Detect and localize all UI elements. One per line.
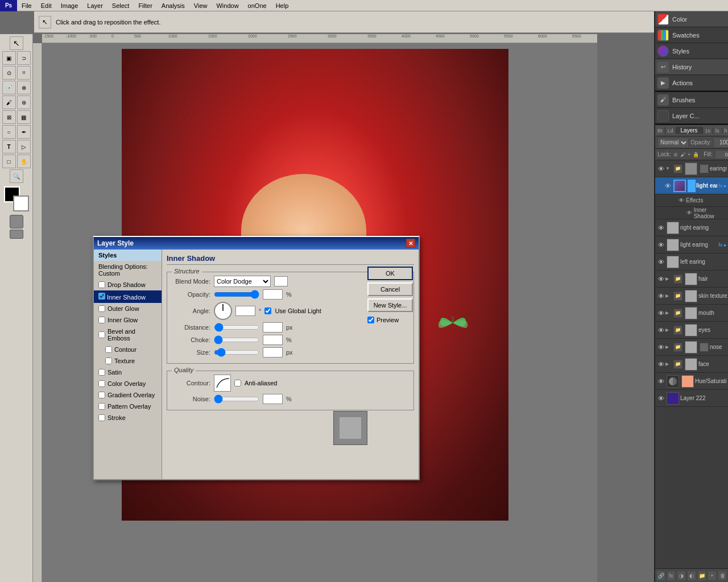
expand-hair-icon[interactable]: ▶ xyxy=(665,276,672,281)
blend-mode-select[interactable]: Normal xyxy=(657,138,689,148)
layer-row-222[interactable]: 👁 Layer 222 xyxy=(655,390,728,407)
layer-delete-btn[interactable]: 🗑 xyxy=(718,571,727,581)
style-item-contour[interactable]: Contour xyxy=(94,344,162,355)
expand-skin-icon[interactable]: ▶ xyxy=(665,293,672,298)
checkbox-pattern-overlay[interactable] xyxy=(98,403,105,410)
tab-ld[interactable]: Ld xyxy=(665,127,676,134)
angle-dial[interactable] xyxy=(214,302,232,320)
style-item-satin[interactable]: Satin xyxy=(94,367,162,378)
size-slider[interactable] xyxy=(214,348,259,357)
noise-input[interactable]: 0 xyxy=(263,394,283,404)
expand-earings-icon[interactable]: ▼ xyxy=(665,166,672,171)
layer-new-btn[interactable]: + xyxy=(708,571,717,581)
eye-nose[interactable]: 👁 xyxy=(656,344,665,351)
quick-mask-icon[interactable] xyxy=(10,215,23,228)
checkbox-bevel-emboss[interactable] xyxy=(98,331,105,338)
panel-row-color[interactable]: Color xyxy=(655,11,728,27)
style-item-inner-shadow[interactable]: Inner Shadow xyxy=(94,290,162,303)
expand-eyes-icon[interactable]: ▶ xyxy=(665,327,672,332)
angle-input[interactable]: 90 xyxy=(235,306,255,316)
layer-mask-btn[interactable]: ◑ xyxy=(677,571,686,581)
opacity-input-dialog[interactable]: 100 xyxy=(263,289,283,300)
style-item-drop-shadow[interactable]: Drop Shadow xyxy=(94,279,162,290)
distance-slider[interactable] xyxy=(214,323,259,332)
checkbox-stroke[interactable] xyxy=(98,414,105,421)
style-item-styles[interactable]: Styles xyxy=(94,250,162,261)
tab-bt[interactable]: Bt xyxy=(655,127,665,134)
eye-222[interactable]: 👁 xyxy=(656,395,665,402)
layer-row-light-earing-1[interactable]: 👁 light earing fx ▸ xyxy=(655,177,728,194)
expand-nose-icon[interactable]: ▶ xyxy=(665,344,672,350)
tab-1s[interactable]: 1s xyxy=(703,127,714,134)
layer-row-skin-texture[interactable]: 👁 ▶ 📁 skin texture xyxy=(655,288,728,305)
eye-earings[interactable]: 👁 xyxy=(656,165,665,172)
tab-h[interactable]: h xyxy=(722,127,728,134)
new-style-button[interactable]: New Style... xyxy=(367,298,413,312)
menu-analysis[interactable]: Analysis xyxy=(157,1,189,10)
brush-tool[interactable]: 🖌 xyxy=(2,95,16,109)
eye-light-earing-1[interactable]: 👁 xyxy=(663,182,672,189)
checkbox-color-overlay[interactable] xyxy=(98,380,105,387)
lock-transparent-icon[interactable]: ⊘ xyxy=(673,152,678,157)
menu-select[interactable]: Select xyxy=(107,1,134,10)
blend-color-swatch[interactable] xyxy=(274,276,288,286)
path-select-tool[interactable]: ▷ xyxy=(17,140,31,153)
eye-right-earing[interactable]: 👁 xyxy=(656,225,665,231)
style-item-blending[interactable]: Blending Options: Custom xyxy=(94,261,162,279)
gradient-tool[interactable]: ▦ xyxy=(17,110,31,124)
crop-tool[interactable]: ⌗ xyxy=(17,66,31,80)
menu-filter[interactable]: Filter xyxy=(134,1,156,10)
layer-row-face[interactable]: 👁 ▶ 📁 face xyxy=(655,356,728,373)
eye-mouth[interactable]: 👁 xyxy=(656,310,665,317)
lock-all-icon[interactable]: 🔒 xyxy=(693,152,699,157)
zoom-tool[interactable]: 🔍 xyxy=(10,169,23,183)
choke-slider[interactable] xyxy=(214,335,259,344)
tab-ls[interactable]: ls xyxy=(713,127,722,134)
eraser-tool[interactable]: ⊠ xyxy=(2,110,16,124)
eye-hue-sat[interactable]: 👁 xyxy=(656,378,665,385)
size-input[interactable]: 20 xyxy=(263,347,283,357)
style-item-outer-glow[interactable]: Outer Glow xyxy=(94,303,162,314)
layer-row-light-earing-2[interactable]: 👁 light earing fx ▸ xyxy=(655,236,728,253)
style-item-pattern-overlay[interactable]: Pattern Overlay xyxy=(94,401,162,412)
pen-tool[interactable]: ✒ xyxy=(17,125,31,139)
eyedropper-tool[interactable]: 💉 xyxy=(2,81,16,94)
checkbox-satin[interactable] xyxy=(98,369,105,376)
eye-left-earing[interactable]: 👁 xyxy=(656,259,665,265)
menu-edit[interactable]: Edit xyxy=(36,1,56,10)
layer-row-nose[interactable]: 👁 ▶ 📁 nose xyxy=(655,339,728,356)
eye-skin-texture[interactable]: 👁 xyxy=(656,293,665,300)
text-tool[interactable]: T xyxy=(2,140,16,153)
checkbox-gradient-overlay[interactable] xyxy=(98,392,105,398)
expand-mouth-icon[interactable]: ▶ xyxy=(665,310,672,315)
eye-light-earing-2[interactable]: 👁 xyxy=(656,242,665,248)
checkbox-outer-glow[interactable] xyxy=(98,305,105,312)
checkbox-texture[interactable] xyxy=(105,357,112,364)
checkbox-inner-shadow[interactable] xyxy=(98,293,105,300)
hand-tool[interactable]: ✋ xyxy=(17,155,31,168)
quick-select-tool[interactable]: ⊙ xyxy=(2,66,16,80)
tab-layers[interactable]: Layers xyxy=(676,127,703,134)
layer-row-eyes[interactable]: 👁 ▶ 📁 eyes xyxy=(655,322,728,339)
menu-file[interactable]: File xyxy=(17,1,36,10)
rectangle-tool[interactable]: □ xyxy=(2,155,16,168)
checkbox-inner-glow[interactable] xyxy=(98,317,105,323)
style-item-texture[interactable]: Texture xyxy=(94,355,162,367)
eye-hair[interactable]: 👁 xyxy=(656,276,665,282)
lock-position-icon[interactable]: + xyxy=(688,152,690,157)
panel-row-brushes[interactable]: 🖌 Brushes xyxy=(655,92,728,108)
choke-input[interactable]: 0 xyxy=(263,335,283,345)
dodge-tool[interactable]: ○ xyxy=(2,125,16,139)
checkbox-drop-shadow[interactable] xyxy=(98,281,105,288)
layer-adjust-btn[interactable]: ◐ xyxy=(687,571,696,581)
panel-row-styles[interactable]: Styles xyxy=(655,43,728,59)
layer-link-btn[interactable]: 🔗 xyxy=(656,571,665,581)
anti-aliased-checkbox[interactable] xyxy=(234,380,241,386)
contour-preview[interactable] xyxy=(214,375,231,392)
menu-view[interactable]: View xyxy=(189,1,212,10)
style-item-stroke[interactable]: Stroke xyxy=(94,412,162,423)
checkbox-contour[interactable] xyxy=(105,346,112,353)
eye-effects[interactable]: 👁 xyxy=(677,197,686,203)
style-item-gradient-overlay[interactable]: Gradient Overlay xyxy=(94,389,162,401)
dialog-close-button[interactable]: ✕ xyxy=(406,239,415,248)
